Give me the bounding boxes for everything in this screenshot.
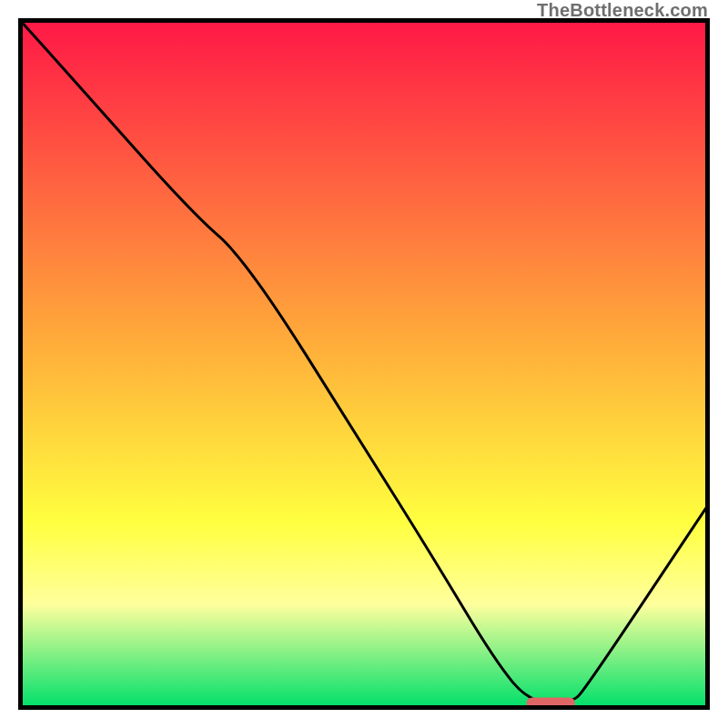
chart-svg	[18, 18, 710, 710]
gradient-background	[21, 21, 707, 707]
plot-area	[18, 18, 710, 710]
chart-frame: TheBottleneck.com	[0, 0, 728, 728]
